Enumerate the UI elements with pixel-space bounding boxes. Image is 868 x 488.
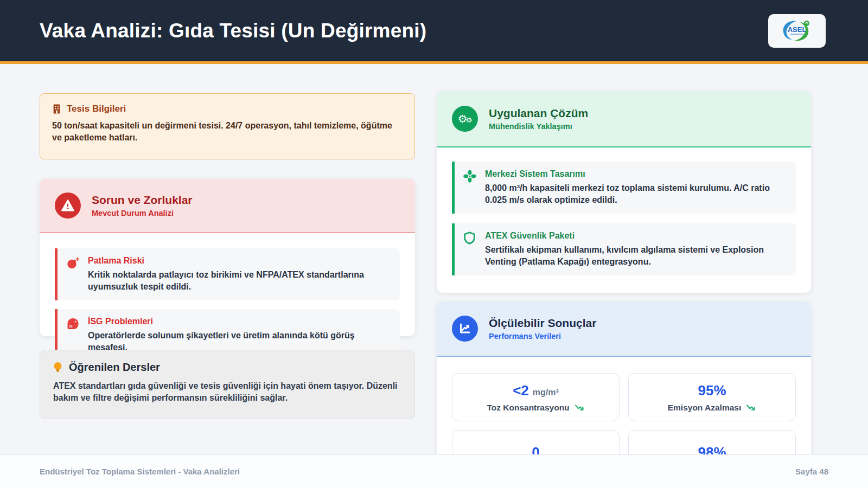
metric-label: Toz Konsantrasyonu [487, 403, 569, 413]
metric-tile-emission-reduction: 95% Emisyon Azalması [628, 373, 796, 421]
solution-card-header: ⚙⚙ Uygulanan Çözüm Mühendislik Yaklaşımı [437, 91, 811, 147]
footer-left-text: Endüstriyel Toz Toplama Sistemleri - Vak… [40, 467, 240, 476]
solution-item-body: Sertifikalı ekipman kullanımı, kıvılcım … [485, 244, 786, 268]
lightbulb-icon [53, 362, 62, 373]
problems-subtitle: Mevcut Durum Analizi [92, 209, 193, 217]
results-title: Ölçülebilir Sonuçlar [489, 317, 596, 330]
problem-item-title: Patlama Riski [88, 256, 387, 266]
solution-item-central-system: Merkezi Sistem Tasarımı 8,000 m³/h kapas… [452, 162, 796, 214]
problem-item-body: Kritik noktalarda patlayıcı toz birikimi… [88, 269, 387, 293]
solution-item-title: ATEX Güvenlik Paketi [485, 231, 786, 241]
metric-value: 95% [698, 382, 726, 399]
gears-icon: ⚙⚙ [452, 106, 478, 132]
fan-icon [463, 169, 477, 206]
svg-text:ASEL: ASEL [788, 25, 807, 34]
chart-line-icon [452, 316, 478, 342]
lessons-card: Öğrenilen Dersler ATEX standartları gıda… [40, 350, 415, 419]
metric-unit: mg/m³ [533, 388, 559, 397]
metric-label: Emisyon Azalması [668, 403, 742, 413]
page-title: Vaka Analizi: Gıda Tesisi (Un Değirmeni) [40, 20, 426, 42]
bomb-icon [66, 256, 80, 293]
metric-value: <2 [513, 382, 529, 399]
problems-card: Sorun ve Zorluklar Mevcut Durum Analizi … [40, 179, 415, 336]
company-logo: ASEL [768, 14, 826, 48]
footer-page-number: Sayfa 48 [795, 467, 828, 476]
solution-item-title: Merkezi Sistem Tasarımı [485, 169, 786, 179]
shield-icon [463, 231, 477, 268]
facility-card-body: 50 ton/saat kapasiteli un değirmeni tesi… [52, 120, 403, 143]
building-icon [52, 104, 61, 114]
slide-header: Vaka Analizi: Gıda Tesisi (Un Değirmeni)… [0, 0, 868, 64]
solution-subtitle: Mühendislik Yaklaşımı [489, 122, 588, 131]
trend-down-icon [575, 404, 585, 412]
slide-canvas: Vaka Analizi: Gıda Tesisi (Un Değirmeni)… [0, 0, 868, 488]
asel-logo-icon: ASEL [776, 17, 818, 45]
trend-down-icon [746, 404, 756, 412]
solution-item-atex: ATEX Güvenlik Paketi Sertifikalı ekipman… [452, 223, 796, 275]
problem-item-title: İSG Problemleri [88, 317, 387, 326]
lessons-title: Öğrenilen Dersler [69, 361, 160, 374]
facility-info-card: Tesis Bilgileri 50 ton/saat kapasiteli u… [40, 93, 415, 159]
results-subtitle: Performans Verileri [489, 332, 596, 341]
lessons-body: ATEX standartları gıda güvenliği ve tesi… [53, 380, 401, 403]
warning-icon [55, 192, 81, 219]
problem-item-explosion: Patlama Riski Kritik noktalarda patlayıc… [55, 248, 400, 300]
facility-card-title: Tesis Bilgileri [67, 104, 126, 114]
solution-item-body: 8,000 m³/h kapasiteli merkezi toz toplam… [485, 182, 786, 206]
results-card-header: Ölçülebilir Sonuçlar Performans Verileri [437, 301, 811, 357]
metric-tile-dust-concentration: <2 mg/m³ Toz Konsantrasyonu [452, 373, 620, 421]
problems-card-header: Sorun ve Zorluklar Mevcut Durum Analizi [40, 179, 415, 233]
solution-title: Uygulanan Çözüm [489, 107, 588, 120]
solution-card: ⚙⚙ Uygulanan Çözüm Mühendislik Yaklaşımı [437, 91, 811, 293]
slide-footer: Endüstriyel Toz Toplama Sistemleri - Vak… [0, 454, 868, 488]
problems-title: Sorun ve Zorluklar [92, 194, 193, 207]
